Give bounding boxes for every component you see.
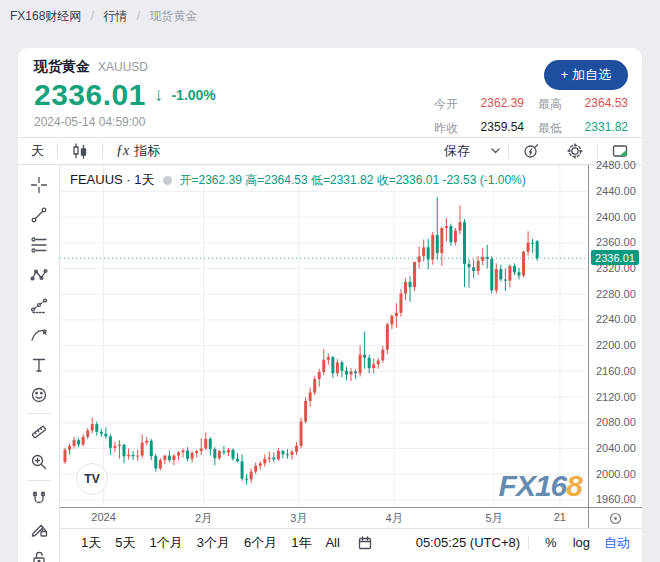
chevron-down-icon xyxy=(491,148,500,154)
tradingview-logo[interactable]: TV xyxy=(76,463,108,495)
breadcrumb-separator: / xyxy=(137,9,140,23)
fib-retracement-tool-button[interactable] xyxy=(24,230,54,260)
range-1d-button[interactable]: 1天 xyxy=(74,534,108,552)
price-tick-label: 2240.00 xyxy=(596,313,636,325)
bottom-divider xyxy=(528,536,529,550)
fullscreen-icon xyxy=(611,142,629,160)
breadcrumb-quotes[interactable]: 行情 xyxy=(103,9,127,23)
price-tick-label: 1960.00 xyxy=(596,493,636,505)
percent-scale-toggle[interactable]: % xyxy=(537,535,565,550)
brush-icon xyxy=(29,325,49,345)
trend-line-tool-button[interactable] xyxy=(24,200,54,230)
time-tick-label: 5月 xyxy=(472,511,516,526)
time-tick-label: 2024 xyxy=(82,511,126,523)
breadcrumb: FX168财经网 / 行情 / 现货黄金 xyxy=(10,8,197,25)
crosshair-icon xyxy=(29,175,49,195)
price-tick-label: 2080.00 xyxy=(596,416,636,428)
clock-time[interactable]: 05:05:25 (UTC+8) xyxy=(416,535,520,550)
xabcd-pattern-icon xyxy=(29,265,49,285)
indicators-button[interactable]: ƒx 指标 xyxy=(103,138,173,164)
breadcrumb-separator: / xyxy=(91,9,94,23)
save-label: 保存 xyxy=(444,142,470,160)
last-price: 2336.01 xyxy=(34,78,146,112)
chart-toolbar: 天 ƒx 指标 保存 xyxy=(18,137,642,165)
forecast-tool-button[interactable] xyxy=(24,290,54,320)
price-tick-label: 2480.00 xyxy=(596,159,636,171)
price-tick-label: 2360.00 xyxy=(596,236,636,248)
range-all-button[interactable]: All xyxy=(318,535,346,550)
add-watchlist-button[interactable]: + 加自选 xyxy=(544,60,628,90)
price-tick-label: 2200.00 xyxy=(596,339,636,351)
range-6m-button[interactable]: 6个月 xyxy=(237,534,284,552)
save-menu-button[interactable] xyxy=(483,138,508,164)
price-tick-label: 2120.00 xyxy=(596,391,636,403)
goto-date-button[interactable] xyxy=(357,535,373,551)
time-tick-label: 2月 xyxy=(181,511,225,526)
chart-canvas[interactable]: FEAUUS · 1天 开=2362.39 高=2364.53 低=2331.8… xyxy=(60,165,588,507)
range-1m-button[interactable]: 1个月 xyxy=(142,534,189,552)
log-scale-toggle[interactable]: log xyxy=(565,535,598,550)
change-percent: -1.00% xyxy=(171,87,215,103)
range-3m-button[interactable]: 3个月 xyxy=(190,534,237,552)
axis-corner-button[interactable] xyxy=(588,508,642,528)
trend-line-icon xyxy=(29,205,49,225)
brush-tool-button[interactable] xyxy=(24,320,54,350)
text-tool-button[interactable] xyxy=(24,350,54,380)
emoji-tool-button[interactable] xyxy=(24,380,54,410)
price-axis[interactable]: 2480.002440.002400.002360.002320.002280.… xyxy=(588,165,642,507)
range-5d-button[interactable]: 5天 xyxy=(108,534,142,552)
price-tick-label: 2000.00 xyxy=(596,468,636,480)
price-down-arrow-icon: ↓ xyxy=(154,84,164,106)
crosshair-tool-button[interactable] xyxy=(24,170,54,200)
legend-ohlc-values: 开=2362.39 高=2364.53 低=2331.82 收=2336.01 … xyxy=(180,172,526,189)
candlestick-svg xyxy=(60,165,588,507)
stat-low-label: 最低 xyxy=(538,120,562,137)
time-tick-label: 3月 xyxy=(277,511,321,526)
stat-prevclose-label: 昨收 xyxy=(434,120,458,137)
ruler-icon xyxy=(29,422,49,442)
tools-divider xyxy=(27,413,51,414)
crosshair-target-icon xyxy=(608,511,623,526)
text-icon xyxy=(29,355,49,375)
magnet-tool-button[interactable] xyxy=(24,484,54,514)
settings-button[interactable] xyxy=(553,138,597,164)
range-1y-button[interactable]: 1年 xyxy=(284,534,318,552)
indicators-label: 指标 xyxy=(134,142,160,160)
price-tick-label: 2280.00 xyxy=(596,288,636,300)
chart-style-button[interactable] xyxy=(58,138,102,164)
candlestick-style-icon xyxy=(71,142,89,160)
market-status-dot xyxy=(163,176,172,185)
stat-high-label: 最高 xyxy=(538,96,562,113)
unlock-icon xyxy=(29,549,49,562)
measure-tool-button[interactable] xyxy=(24,417,54,447)
auto-scale-toggle[interactable]: 自动 xyxy=(598,534,632,552)
interval-button[interactable]: 天 xyxy=(18,138,57,164)
pattern-tool-button[interactable] xyxy=(24,260,54,290)
quote-card: 现货黄金 XAUUSD 2336.01 ↓ -1.00% 2024-05-14 … xyxy=(18,48,642,562)
time-axis[interactable]: 20242月3月4月5月21 xyxy=(60,508,588,528)
fx168-watermark: FX168 xyxy=(499,469,582,503)
current-price-label: 2336.01 xyxy=(591,250,639,265)
snapshot-button[interactable] xyxy=(509,138,553,164)
save-button[interactable]: 保存 xyxy=(431,138,483,164)
pencil-lock-icon xyxy=(29,519,49,539)
price-tick-label: 2400.00 xyxy=(596,211,636,223)
snapshot-icon xyxy=(522,142,540,160)
drawing-toolbar xyxy=(18,165,60,562)
breadcrumb-home[interactable]: FX168财经网 xyxy=(10,9,81,23)
instrument-symbol: XAUUSD xyxy=(98,60,148,74)
zoom-in-icon xyxy=(29,452,49,472)
quote-header: 现货黄金 XAUUSD 2336.01 ↓ -1.00% 2024-05-14 … xyxy=(18,48,642,137)
price-tick-label: 2440.00 xyxy=(596,185,636,197)
zoom-in-tool-button[interactable] xyxy=(24,447,54,477)
instrument-title: 现货黄金 xyxy=(34,58,90,76)
lock-all-button[interactable] xyxy=(24,544,54,562)
fx-icon: ƒx xyxy=(116,143,129,159)
fib-retracement-icon xyxy=(29,235,49,255)
chart-widget-body: FEAUUS · 1天 开=2362.39 高=2364.53 低=2331.8… xyxy=(18,165,642,556)
stat-prevclose-value: 2359.54 xyxy=(472,120,524,137)
drawing-mode-lock-button[interactable] xyxy=(24,514,54,544)
time-tick-label: 4月 xyxy=(372,511,416,526)
stat-open-value: 2362.39 xyxy=(472,96,524,113)
quote-stats: 今开 2362.39 最高 2364.53 昨收 2359.54 最低 2331… xyxy=(434,96,628,137)
